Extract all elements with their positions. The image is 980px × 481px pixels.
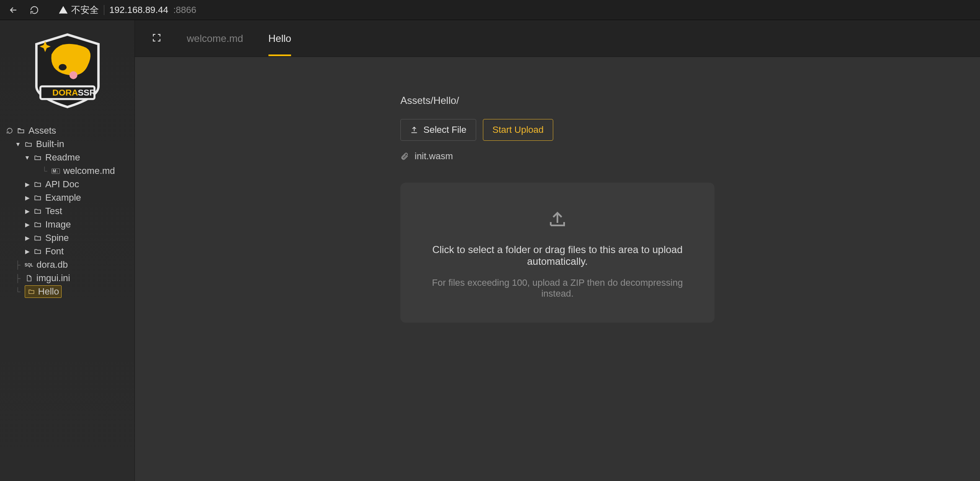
tree-item-imgui-ini[interactable]: ├ imgui.ini <box>6 272 134 285</box>
folder-icon <box>27 288 36 295</box>
tree-item-dora-db[interactable]: ├ SQL dora.db <box>6 258 134 272</box>
tree-item-spine[interactable]: ▶ Spine <box>6 231 134 245</box>
upload-path: Assets/Hello/ <box>400 95 714 106</box>
file-icon <box>25 275 33 282</box>
folder-open-icon <box>17 127 25 134</box>
tree-item-readme[interactable]: ▼ Readme <box>6 151 134 164</box>
tree-label: Image <box>45 219 71 230</box>
attached-file-name: init.wasm <box>415 151 453 162</box>
tree-label: Readme <box>45 152 80 163</box>
caret-right-icon: ▶ <box>24 194 30 201</box>
folder-icon <box>34 248 42 255</box>
file-tree: Assets ▼ Built-in ▼ Readme └ M↓ welcome.… <box>0 121 134 302</box>
upload-icon <box>410 126 418 134</box>
svg-point-1 <box>69 71 77 79</box>
caret-down-icon: ▼ <box>15 141 21 147</box>
warning-icon <box>59 5 68 15</box>
caret-right-icon: ▶ <box>24 208 30 215</box>
url-bar[interactable]: 不安全 192.168.89.44:8866 <box>52 2 203 18</box>
tree-label: Hello <box>38 286 59 297</box>
tree-item-hello[interactable]: └ Hello <box>6 285 134 298</box>
folder-icon <box>34 221 42 228</box>
tree-item-example[interactable]: ▶ Example <box>6 191 134 204</box>
tree-label: Test <box>45 206 62 217</box>
tree-item-welcome-md[interactable]: └ M↓ welcome.md <box>6 164 134 178</box>
svg-point-0 <box>59 64 67 70</box>
caret-right-icon: ▶ <box>24 221 30 228</box>
sidebar: DORA SSR Assets ▼ Built-in <box>0 20 135 481</box>
tree-label: Built-in <box>36 139 64 150</box>
logo: DORA SSR <box>0 20 134 121</box>
tree-label: Font <box>45 246 64 257</box>
sql-icon: SQL <box>25 263 34 267</box>
tab-hello[interactable]: Hello <box>268 22 291 55</box>
tree-item-font[interactable]: ▶ Font <box>6 245 134 258</box>
reload-button[interactable] <box>29 5 39 15</box>
insecure-label: 不安全 <box>71 4 99 16</box>
attached-file[interactable]: init.wasm <box>400 151 714 162</box>
browser-chrome: 不安全 192.168.89.44:8866 <box>0 0 980 20</box>
tab-label: Hello <box>268 33 291 44</box>
markdown-icon: M↓ <box>52 168 60 174</box>
back-button[interactable] <box>8 5 18 15</box>
tree-label: Assets <box>28 125 56 136</box>
tree-item-test[interactable]: ▶ Test <box>6 204 134 218</box>
upload-large-icon <box>417 208 698 230</box>
tree-label: dora.db <box>36 259 68 270</box>
dropzone-subtitle: For files exceeding 100, upload a ZIP th… <box>417 277 698 299</box>
start-upload-button[interactable]: Start Upload <box>483 119 553 141</box>
tree-item-api-doc[interactable]: ▶ API Doc <box>6 178 134 191</box>
tree-label: imgui.ini <box>36 273 70 284</box>
svg-text:DORA: DORA <box>52 88 78 97</box>
caret-right-icon: ▶ <box>24 235 30 241</box>
attachment-icon <box>400 152 409 160</box>
svg-text:SSR: SSR <box>77 88 95 97</box>
dropzone[interactable]: Click to select a folder or drag files t… <box>400 183 714 323</box>
tree-label: Spine <box>45 233 69 243</box>
folder-open-icon <box>34 154 42 161</box>
button-label: Start Upload <box>493 124 544 135</box>
tab-bar: welcome.md Hello <box>135 20 980 57</box>
url-port: :8866 <box>173 5 196 16</box>
button-label: Select File <box>423 124 467 135</box>
tree-label: Example <box>45 192 81 203</box>
tree-label: welcome.md <box>63 166 115 176</box>
folder-icon <box>34 181 42 188</box>
url-host: 192.168.89.44 <box>109 5 168 16</box>
tab-welcome[interactable]: welcome.md <box>187 22 243 55</box>
caret-down-icon: ▼ <box>24 154 30 161</box>
folder-icon <box>34 194 42 202</box>
refresh-icon[interactable] <box>6 127 13 134</box>
tree-label: API Doc <box>45 179 79 190</box>
folder-icon <box>34 207 42 215</box>
dropzone-title: Click to select a folder or drag files t… <box>417 244 698 267</box>
upload-panel: Assets/Hello/ Select File Start Upload i… <box>400 95 714 323</box>
select-file-button[interactable]: Select File <box>400 119 476 141</box>
folder-icon <box>34 234 42 242</box>
caret-right-icon: ▶ <box>24 248 30 255</box>
tree-item-image[interactable]: ▶ Image <box>6 218 134 231</box>
caret-right-icon: ▶ <box>24 181 30 188</box>
tree-item-builtin[interactable]: ▼ Built-in <box>6 137 134 151</box>
fullscreen-icon[interactable] <box>152 33 162 44</box>
tree-root-assets[interactable]: Assets <box>6 124 134 137</box>
folder-open-icon <box>24 140 33 148</box>
tab-label: welcome.md <box>187 33 243 44</box>
